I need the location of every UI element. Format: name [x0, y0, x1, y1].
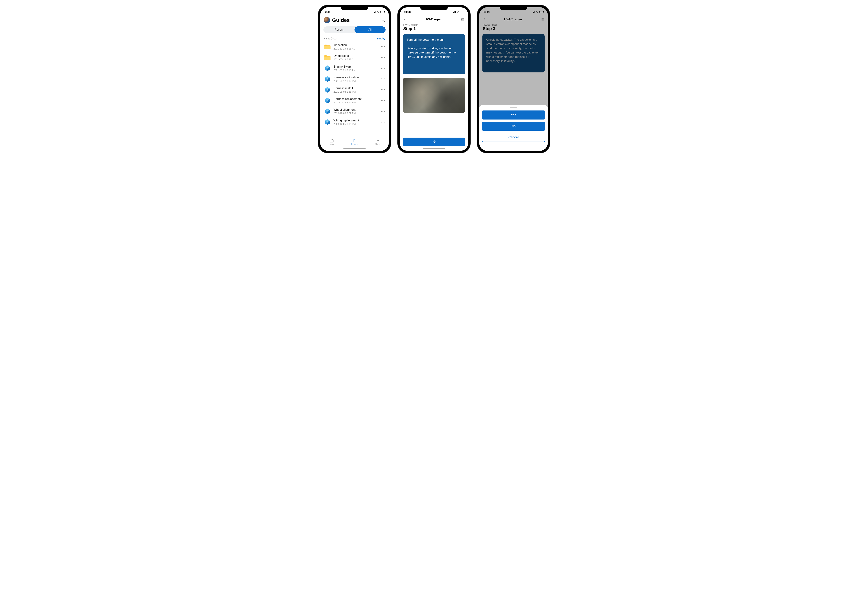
status-indicators [373, 11, 385, 13]
step-image [403, 78, 465, 113]
svg-point-29 [376, 140, 376, 141]
svg-point-13 [326, 89, 328, 91]
back-button[interactable] [403, 18, 406, 21]
guide-icon [324, 75, 331, 83]
folder-icon [324, 54, 331, 61]
guide-icon [324, 108, 331, 115]
svg-line-1 [384, 21, 385, 22]
item-more-button[interactable]: ••• [381, 99, 385, 102]
item-text: Harness calibration 2021-08-12 1:18 PM [334, 76, 378, 82]
sort-by-link[interactable]: Sort by [377, 37, 385, 40]
avatar[interactable] [324, 17, 330, 23]
step-list-icon[interactable]: 123 [461, 17, 465, 21]
item-text: Harness install 2021-08-03 1:38 PM [334, 86, 378, 93]
notch [341, 5, 368, 10]
step-title: Step 1 [400, 26, 468, 33]
list-item[interactable]: Wiring replacement 2020-12-05 1:18 PM ••… [320, 117, 389, 127]
item-more-button[interactable]: ••• [381, 110, 385, 113]
wifi-icon [456, 11, 459, 13]
item-more-button[interactable]: ••• [381, 88, 385, 92]
screen-library: 6:50 Guides Recent All Name (A-Z) ↓ So [320, 7, 389, 151]
wifi-icon [377, 11, 380, 13]
tab-home[interactable]: Home [320, 138, 343, 151]
list-item[interactable]: Harness install 2021-08-03 1:38 PM ••• [320, 84, 389, 95]
home-indicator[interactable] [423, 148, 445, 149]
no-button[interactable]: No [482, 121, 545, 131]
notch [500, 5, 527, 10]
tab-more[interactable]: More [366, 138, 389, 151]
library-header: Guides [320, 16, 389, 25]
svg-rect-27 [354, 139, 354, 142]
list-item[interactable]: Inspection 2021-11-19 6:13 AM ••• [320, 41, 389, 52]
guide-list[interactable]: Inspection 2021-11-19 6:13 AM ••• Onboar… [320, 41, 389, 137]
item-text: Wiring replacement 2020-12-05 1:18 PM [334, 119, 378, 126]
item-title: Engine Swap [334, 65, 378, 68]
arrow-right-icon [432, 140, 436, 144]
guide-icon [324, 97, 331, 104]
svg-rect-26 [353, 139, 353, 142]
sort-direction-icon: ↓ [337, 37, 338, 40]
home-icon [330, 138, 334, 143]
step-instruction-card: Turn off the power to the unit. Before y… [403, 34, 465, 74]
segment-recent[interactable]: Recent [323, 27, 354, 33]
notch [420, 5, 448, 10]
sort-label[interactable]: Name (A-Z) ↓ [324, 37, 338, 40]
search-icon[interactable] [381, 18, 385, 22]
svg-point-31 [378, 140, 379, 141]
item-more-button[interactable]: ••• [381, 77, 385, 81]
signal-icon [373, 11, 376, 13]
item-date: 2021-08-03 1:38 PM [334, 90, 378, 93]
item-title: Onboarding [334, 54, 378, 58]
item-date: 2021-11-19 6:13 AM [334, 47, 378, 50]
segment-all[interactable]: All [354, 27, 385, 33]
list-item[interactable]: Engine Swap 2021-09-21 6:13 AM ••• [320, 63, 389, 74]
item-more-button[interactable]: ••• [381, 45, 385, 49]
item-date: 2021-09-21 6:13 AM [334, 69, 378, 71]
step-nav: HVAC repair 123 [400, 16, 468, 23]
screen-step1: 10:28 HVAC repair 123 HVAC repair Step 1… [400, 7, 468, 151]
list-item[interactable]: Harness replacement 2021-07-12 4:12 PM •… [320, 95, 389, 106]
more-icon [375, 138, 379, 143]
item-date: 2020-12-05 1:18 PM [334, 123, 378, 126]
breadcrumb: HVAC repair [400, 23, 468, 26]
svg-point-21 [326, 111, 328, 112]
item-text: Onboarding 2021-05-19 6:37 AM [334, 54, 378, 61]
item-date: 2020-12-03 3:32 PM [334, 112, 378, 115]
sheet-grabber[interactable] [510, 107, 517, 108]
svg-point-30 [377, 140, 378, 141]
item-title: Harness replacement [334, 97, 378, 101]
yes-button[interactable]: Yes [482, 111, 545, 120]
svg-rect-28 [354, 139, 355, 142]
item-title: Harness install [334, 86, 378, 90]
svg-point-25 [326, 121, 328, 123]
status-indicators [453, 11, 464, 13]
item-more-button[interactable]: ••• [381, 120, 385, 124]
svg-point-9 [326, 78, 328, 80]
item-date: 2021-05-19 6:37 AM [334, 58, 378, 61]
item-date: 2021-08-12 1:18 PM [334, 80, 378, 82]
sort-row: Name (A-Z) ↓ Sort by [320, 34, 389, 41]
item-more-button[interactable]: ••• [381, 56, 385, 59]
status-time: 6:50 [325, 10, 330, 13]
phone-frame-2: 10:28 HVAC repair 123 HVAC repair Step 1… [398, 5, 470, 153]
guide-icon [324, 86, 331, 93]
folder-icon [324, 43, 331, 50]
cancel-button[interactable]: Cancel [482, 133, 545, 142]
item-text: Inspection 2021-11-19 6:13 AM [334, 43, 378, 50]
nav-title: HVAC repair [425, 18, 443, 21]
item-more-button[interactable]: ••• [381, 67, 385, 70]
svg-point-17 [326, 100, 328, 102]
list-item[interactable]: Onboarding 2021-05-19 6:37 AM ••• [320, 52, 389, 63]
home-indicator[interactable] [343, 148, 366, 149]
item-title: Wheel alignment [334, 108, 378, 111]
phone-frame-1: 6:50 Guides Recent All Name (A-Z) ↓ So [318, 5, 391, 153]
battery-icon [380, 11, 385, 13]
item-title: Harness calibration [334, 76, 378, 79]
phone-frame-3: 10:28 HVAC repair 123 HVAC repair Step 3… [477, 5, 550, 153]
list-item[interactable]: Harness calibration 2021-08-12 1:18 PM •… [320, 74, 389, 84]
svg-text:3: 3 [461, 20, 462, 21]
page-title: Guides [332, 17, 379, 23]
list-item[interactable]: Wheel alignment 2020-12-03 3:32 PM ••• [320, 106, 389, 117]
next-button[interactable] [403, 138, 465, 146]
screen-step3-sheet: 10:28 HVAC repair 123 HVAC repair Step 3… [479, 7, 548, 151]
